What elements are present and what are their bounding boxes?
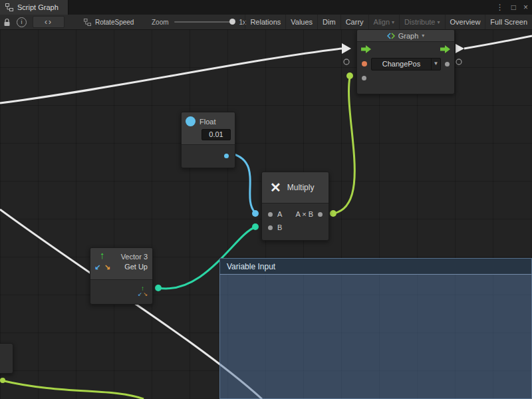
- graph-node[interactable]: Graph ▾ ChangePos ▼: [356, 29, 455, 94]
- align-button[interactable]: Align▾: [368, 15, 399, 29]
- float-output-port[interactable]: [224, 154, 229, 158]
- orange-input-port[interactable]: [362, 61, 367, 66]
- graph-flow-row: [357, 42, 454, 57]
- float-node-header[interactable]: Float 0.01: [182, 112, 235, 145]
- output-label: A × B: [295, 210, 313, 218]
- changepos-dropdown[interactable]: ChangePos ▼: [371, 58, 441, 70]
- vector3-node-header[interactable]: ↑↙↘ Vector 3 Get Up: [90, 248, 152, 280]
- graph-extra-row: [357, 71, 454, 84]
- vector3-node-title: Vector 3: [116, 253, 148, 261]
- multiply-node-header[interactable]: ✕ Multiply: [262, 172, 329, 203]
- relations-button[interactable]: Relations: [245, 15, 285, 29]
- float-node[interactable]: Float 0.01: [181, 112, 235, 168]
- float-value-input[interactable]: 0.01: [201, 129, 231, 140]
- multiply-row-b: B: [262, 221, 329, 234]
- group-title: Variable Input: [227, 262, 275, 271]
- script-graph-window: Script Graph ⋮ □ × i ‹› Rotat: [0, 0, 532, 399]
- close-icon[interactable]: ×: [523, 3, 528, 12]
- graph-node-header[interactable]: Graph ▾: [357, 30, 454, 42]
- graph-asset-name: RotateSpeed: [95, 19, 134, 26]
- graph-node-icon: [387, 32, 395, 40]
- variable-input-group[interactable]: Variable Input: [219, 258, 532, 399]
- carry-button[interactable]: Carry: [340, 15, 368, 29]
- multiply-node-body: A A × B B: [262, 203, 329, 240]
- code-toggle-icon[interactable]: ‹›: [33, 16, 65, 28]
- gray-output-port[interactable]: [445, 62, 450, 66]
- graph-asset-icon: [84, 19, 91, 26]
- chevron-down-icon: ▾: [422, 33, 424, 39]
- toolbar-left-icons: i ‹›: [3, 15, 65, 29]
- flow-in-port-icon[interactable]: [361, 45, 371, 53]
- info-icon[interactable]: i: [17, 17, 27, 27]
- toolbar-buttons: Relations Values Dim Carry Align▾ Distri…: [245, 15, 532, 29]
- chevron-down-icon: ▾: [438, 19, 440, 25]
- multiply-icon: ✕: [270, 181, 281, 194]
- input-b-label: B: [277, 223, 282, 231]
- partial-node[interactable]: [0, 343, 13, 374]
- kebab-menu-icon[interactable]: ⋮: [496, 3, 504, 12]
- float-node-body: [182, 145, 235, 168]
- zoom-slider-thumb[interactable]: [229, 19, 235, 25]
- vector3-port-icon[interactable]: ↑↙↘: [138, 287, 148, 296]
- tab-title: Script Graph: [17, 3, 59, 11]
- chevron-down-icon: ▾: [392, 19, 394, 25]
- input-a-label: A: [277, 210, 282, 218]
- tab-bar: Script Graph ⋮ □ ×: [0, 0, 532, 15]
- changepos-dropdown-value: ChangePos: [372, 60, 431, 68]
- tab-script-graph[interactable]: Script Graph: [0, 0, 68, 15]
- chevron-down-icon: ▼: [431, 59, 440, 70]
- graph-value-row: ChangePos ▼: [357, 57, 454, 71]
- multiply-node-title: Multiply: [287, 183, 315, 192]
- zoom-label: Zoom: [152, 19, 169, 26]
- vector3-operation-label: Get Up: [116, 263, 148, 271]
- distribute-button[interactable]: Distribute▾: [399, 15, 444, 29]
- window-controls: ⋮ □ ×: [496, 0, 528, 15]
- multiply-row-a: A A × B: [262, 207, 329, 221]
- vector3-node[interactable]: ↑↙↘ Vector 3 Get Up ↑↙↘: [90, 247, 153, 305]
- multiply-node[interactable]: ✕ Multiply A A × B B: [261, 172, 329, 241]
- graph-toolbar: i ‹› RotateSpeed Zoom 1x Relations Value…: [0, 15, 532, 30]
- float-node-title: Float: [200, 118, 215, 126]
- graph-asset[interactable]: RotateSpeed: [84, 15, 134, 29]
- vector3-icon: ↑↙↘: [95, 251, 112, 271]
- lock-icon[interactable]: [3, 18, 11, 27]
- overview-button[interactable]: Overview: [445, 15, 485, 29]
- flow-out-port-icon[interactable]: [440, 45, 450, 53]
- gray-input-port[interactable]: [362, 76, 366, 80]
- zoom-slider[interactable]: [174, 21, 234, 23]
- full-screen-button[interactable]: Full Screen: [485, 15, 532, 29]
- output-port[interactable]: [318, 212, 323, 217]
- group-body[interactable]: [219, 274, 532, 399]
- group-header[interactable]: Variable Input: [219, 258, 532, 274]
- script-graph-icon: [5, 3, 13, 11]
- graph-node-title: Graph: [398, 32, 419, 40]
- vector3-node-body: ↑↙↘: [90, 280, 152, 304]
- zoom-control: Zoom 1x: [152, 15, 246, 29]
- values-button[interactable]: Values: [285, 15, 317, 29]
- maximize-icon[interactable]: □: [511, 3, 516, 12]
- float-icon: [186, 116, 196, 126]
- dim-button[interactable]: Dim: [317, 15, 340, 29]
- input-b-port[interactable]: [268, 225, 273, 230]
- input-a-port[interactable]: [268, 212, 273, 217]
